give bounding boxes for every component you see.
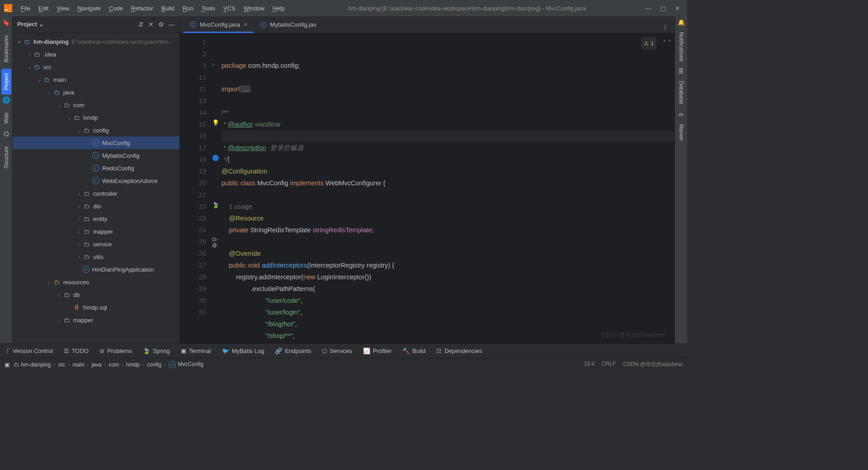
crumb-hm-dianping[interactable]: 🗀 hm-dianping [14,362,51,368]
menu-code[interactable]: Code [105,3,127,14]
toolwin-endpoints[interactable]: 🔗Endpoints [275,348,311,354]
database-icon[interactable]: 🗄 [677,68,686,75]
menu-window[interactable]: Window [240,3,268,14]
minimize-button[interactable]: — [646,5,651,12]
database-tab[interactable]: Database [676,76,686,108]
crumb-hmdp[interactable]: hmdp [126,362,140,368]
tree-item-com[interactable]: ⌄com [13,99,179,111]
tabs-more-icon[interactable]: ⋮ [660,21,671,33]
line-separator[interactable]: CRLF [602,361,616,368]
web-icon[interactable]: 🌐 [2,96,10,103]
tree-item-main[interactable]: ⌄main [13,73,179,86]
menu-vcs[interactable]: VCS [220,3,239,14]
menu-view[interactable]: View [53,3,73,14]
toolwin-dependencies[interactable]: ☷Dependencies [436,348,482,354]
current-line-hl [222,130,675,142]
status-home-icon[interactable]: ▣ [5,362,9,368]
crumb-src[interactable]: src [58,362,65,368]
project-tree[interactable]: vhm-dianpingE:\xiaobear-code\idea-worksp… [13,33,179,343]
tree-item-resources[interactable]: ⌄resources [13,276,179,288]
close-icon[interactable]: × [244,21,247,28]
tree-item-mvcconfig[interactable]: MvcConfig [13,136,179,149]
editor: MvcConfig.java×MybatisConfig.jav ⋮ 12311… [180,16,675,343]
tree-item-hmdianpingapplication[interactable]: HmDianPingApplication [13,263,179,276]
inspection-nav[interactable]: ˄˅ [663,37,672,49]
menu-edit[interactable]: Edit [35,3,52,14]
watermark: CSDN @华总的xiaobear [601,329,665,341]
menu-help[interactable]: Help [269,3,288,14]
right-tool-gutter: 🔔 Notifications 🗄 Database m Maven [675,16,687,343]
code-lines[interactable]: package com.hmdp.config; import ... /** … [222,33,675,343]
chevron-up-icon: ˄ [663,37,666,49]
tree-item-webexceptionadvice[interactable]: WebExceptionAdvice [13,174,179,187]
tree-item-db[interactable]: ⌄db [13,288,179,301]
structure-icon[interactable]: ⌬ [4,130,9,137]
tree-item-dto[interactable]: ›dto [13,200,179,212]
fold-icon[interactable]: › [212,61,214,67]
override-icon[interactable]: O↑ @ [212,237,222,248]
status-bar: ▣ 🗀 hm-dianping›src›main›java›com›hmdp›c… [0,358,687,371]
tab-MvcConfig.java[interactable]: MvcConfig.java× [184,17,254,33]
toolwin-build[interactable]: 🔨Build [402,348,425,354]
crumb-MvcConfig[interactable]: MvcConfig [169,361,203,368]
menu-refactor[interactable]: Refactor [127,3,157,14]
web-tab[interactable]: Web [1,108,11,128]
bookmarks-icon[interactable]: 🔖 [2,19,10,26]
bulb-icon[interactable]: 💡 [212,119,219,126]
tab-MybatisConfig.jav[interactable]: MybatisConfig.jav [254,18,323,33]
bookmarks-tab[interactable]: Bookmarks [1,31,11,67]
project-tab[interactable]: Project [1,69,11,94]
tree-item-config[interactable]: ⌄config [13,124,179,136]
toolwin-profiler[interactable]: 📈Profiler [363,348,392,354]
tree-item-src[interactable]: ⌄src [13,61,179,73]
crumb-main[interactable]: main [72,362,84,368]
bean-icon[interactable]: 🍃 [212,202,219,208]
toolwin-terminal[interactable]: ▣Terminal [181,348,211,354]
toolwin-spring[interactable]: 🍃Spring [143,348,170,354]
impl-icon[interactable]: 🔵 [212,155,219,161]
toolwin-problems[interactable]: ⊘Problems [99,348,132,354]
gear-icon[interactable]: ⚙ [158,21,164,28]
bell-icon[interactable]: 🔔 [677,19,686,26]
crumb-config[interactable]: config [147,362,161,368]
tree-item-java[interactable]: ⌄java [13,86,179,99]
toolwin-todo[interactable]: ☰TODO [64,348,89,354]
close-button[interactable]: ✕ [675,5,680,12]
project-panel: Project ⌄ ⇵ ✕ ⚙ — vhm-dianpingE:\xiaobea… [13,16,180,343]
breadcrumb[interactable]: 🗀 hm-dianping›src›main›java›com›hmdp›con… [14,361,584,368]
tree-item-hmdp.sql[interactable]: 🛢hmdp.sql [13,301,179,314]
menu-build[interactable]: Build [158,3,178,14]
menu-file[interactable]: File [17,3,34,14]
hide-icon[interactable]: ✕ [148,21,154,28]
notifications-tab[interactable]: Notifications [676,28,686,66]
caret-position[interactable]: 16:4 [584,361,594,368]
tree-item-utils[interactable]: ›utils [13,250,179,263]
maven-icon[interactable]: m [677,111,686,118]
maven-tab[interactable]: Maven [676,120,686,145]
tree-item-mybatisconfig[interactable]: MybatisConfig [13,149,179,162]
collapse-icon[interactable]: — [169,21,175,28]
expand-icon[interactable]: ⇵ [138,21,144,28]
menu-tools[interactable]: Tools [198,3,219,14]
tree-item-entity[interactable]: ›entity [13,212,179,225]
crumb-java[interactable]: java [91,362,101,368]
menu-run[interactable]: Run [179,3,197,14]
toolwin-mybatis-log[interactable]: 🐦MyBatis Log [222,348,264,354]
tree-root[interactable]: vhm-dianpingE:\xiaobear-code\idea-worksp… [13,35,179,48]
tree-item-controller[interactable]: ›controller [13,187,179,200]
tree-item-service[interactable]: ›service [13,238,179,250]
tree-item-.idea[interactable]: ›.idea [13,48,179,61]
toolwin-services[interactable]: ⬡Services [322,348,352,354]
menu-navigate[interactable]: Navigate [74,3,104,14]
warning-badge[interactable]: ⚠1 [641,37,656,50]
svg-rect-1 [5,9,8,10]
code-area[interactable]: 1231112131415161718192021222324252627282… [180,33,675,343]
tree-item-hmdp[interactable]: ⌄hmdp [13,111,179,124]
tree-item-mapper[interactable]: ⌄mapper [13,314,179,326]
tree-item-redisconfig[interactable]: RedisConfig [13,162,179,174]
toolwin-version-control[interactable]: ᚴVersion Control [6,348,53,354]
structure-tab[interactable]: Structure [1,142,11,173]
crumb-com[interactable]: com [108,362,119,368]
maximize-button[interactable]: ▢ [660,5,666,12]
tree-item-mapper[interactable]: ›mapper [13,225,179,238]
